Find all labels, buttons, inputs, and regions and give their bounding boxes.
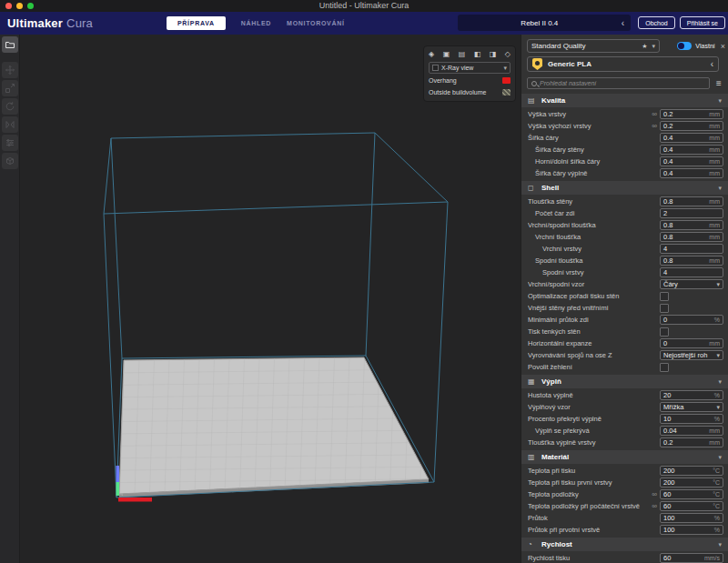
search-placeholder: Prohledat nastavení (540, 80, 596, 86)
setting-dropdown[interactable]: Mřížka▾ (660, 402, 723, 412)
setting-value-field[interactable]: 0.4mm (660, 168, 723, 178)
setting-row: Výška výchozí vrstvy∞0.2mm (521, 120, 728, 132)
setting-value-field[interactable]: 0.8mm (660, 256, 723, 266)
tab-preview[interactable]: NÁHLED (241, 20, 271, 26)
setting-value-field[interactable]: 0% (660, 315, 723, 325)
legend-color-swatch (502, 77, 511, 84)
setting-value-field[interactable]: 20% (660, 390, 723, 400)
star-icon[interactable]: ★ (642, 43, 647, 50)
setting-value-field[interactable]: 0mm (660, 338, 723, 348)
chevron-down-icon: ▾ (718, 378, 722, 386)
setting-value: 0.2 (663, 122, 672, 130)
setting-unit: °C (713, 491, 720, 498)
setting-value-field[interactable]: 0.4mm (660, 156, 723, 166)
setting-value-field[interactable]: 60mm/s (660, 553, 723, 563)
setting-value-field[interactable]: 10% (660, 414, 723, 424)
view-3d-icon[interactable]: ◈ (429, 50, 434, 58)
view-front-icon[interactable]: ▣ (443, 50, 450, 58)
printer-selector[interactable]: Rebel II 0.4 ‹ (458, 15, 631, 31)
setting-label: Výška výchozí vrstvy (528, 122, 652, 130)
setting-unit: mm (709, 257, 720, 264)
setting-unit: mm (709, 135, 720, 141)
setting-value-field[interactable]: 0.2mm (660, 109, 723, 119)
setting-dropdown[interactable]: Čáry▾ (660, 279, 723, 289)
setting-value-field[interactable]: 0.4mm (660, 145, 723, 155)
settings-category[interactable]: ◻Shell▾ (521, 181, 728, 195)
setting-value-field[interactable]: 0.04mm (660, 426, 723, 436)
tab-prepare[interactable]: PŘÍPRAVA (167, 16, 226, 30)
setting-unit: % (714, 317, 720, 323)
app-logo: Ultimaker Cura (7, 12, 93, 35)
setting-checkbox[interactable] (660, 292, 669, 301)
setting-value: Čáry (663, 280, 678, 288)
setting-unit: mm/s (704, 555, 720, 561)
setting-value-field[interactable]: 0.2mm (660, 437, 723, 447)
fullscreen-window-button[interactable] (27, 3, 34, 9)
setting-value-field[interactable]: 100% (660, 513, 723, 523)
sign-in-button[interactable]: Přihlásit se (680, 16, 725, 29)
view-left-icon[interactable]: ◧ (474, 50, 481, 58)
setting-row: Šířka čáry0.4mm (521, 132, 728, 144)
setting-value-field[interactable]: 60°C (660, 489, 723, 499)
marketplace-button[interactable]: Obchod (638, 16, 675, 29)
setting-unit: °C (713, 467, 720, 474)
settings-category[interactable]: ◔Rychlost▾ (521, 538, 728, 551)
quality-preset-dropdown[interactable]: Standard Quality ★ ▾ (527, 39, 660, 53)
quality-icon: ▤ (528, 96, 539, 105)
setting-label: Procento překrytí výplně (528, 415, 660, 423)
view-top-icon[interactable]: ▤ (459, 50, 466, 58)
custom-mode-toggle[interactable] (677, 42, 692, 50)
setting-label: Vrchní/spodní tloušťka (528, 221, 660, 229)
setting-unit: mm (709, 146, 720, 153)
setting-row: Tloušťka stěny0.8mm (521, 196, 728, 207)
setting-value-field[interactable]: 0.2mm (660, 121, 723, 131)
material-icon (532, 58, 542, 70)
viewport-3d[interactable]: ◈▣▤◧◨◇ X-Ray view ▾ OverhangOutside buil… (20, 35, 521, 563)
link-icon: ∞ (652, 110, 657, 118)
view-mode-dropdown[interactable]: X-Ray view ▾ (429, 62, 511, 74)
tab-monitor[interactable]: MONITOROVÁNÍ (287, 20, 345, 26)
setting-value-field[interactable]: 0.8mm (660, 196, 723, 206)
support-blocker-tool-button (2, 153, 18, 169)
minimize-window-button[interactable] (16, 3, 23, 9)
settings-search-input[interactable]: Prohledat nastavení (527, 77, 710, 89)
setting-label: Rychlost tisku (528, 554, 660, 562)
setting-value: 0.04 (663, 427, 677, 435)
setting-value-field[interactable]: 4 (660, 244, 723, 254)
setting-dropdown[interactable]: Nejostřejší roh▾ (660, 350, 723, 360)
view-right-icon[interactable]: ◨ (490, 50, 497, 58)
setting-row: Teplota při tisku200°C (521, 465, 728, 477)
category-title: Kvalita (541, 96, 565, 105)
view-bottom-icon[interactable]: ◇ (505, 50, 511, 58)
settings-category[interactable]: ▤Kvalita▾ (521, 94, 728, 107)
setting-unit: mm (709, 111, 720, 117)
setting-value-field[interactable]: 0.8mm (660, 232, 723, 242)
setting-checkbox[interactable] (660, 363, 669, 372)
setting-value-field[interactable]: 200°C (660, 478, 723, 488)
setting-value-field[interactable]: 2 (660, 208, 723, 218)
material-selector[interactable]: Generic PLA ‹ (527, 56, 719, 72)
setting-value-field[interactable]: 60°C (660, 501, 723, 511)
setting-value-field[interactable]: 0.4mm (660, 133, 723, 143)
build-volume-scene (20, 35, 521, 563)
close-icon[interactable]: × (721, 42, 725, 51)
chevron-down-icon: ▾ (718, 97, 722, 105)
setting-value: 0.8 (663, 233, 672, 241)
setting-value-field[interactable]: 0.8mm (660, 220, 723, 230)
setting-value-field[interactable]: 4 (660, 267, 723, 277)
settings-category[interactable]: ▥Materiál▾ (521, 450, 728, 464)
settings-category[interactable]: ▦Výplň▾ (521, 375, 728, 388)
setting-label: Výška vrstvy (528, 110, 652, 118)
setting-checkbox[interactable] (660, 304, 669, 313)
search-icon (531, 81, 537, 86)
close-window-button[interactable] (5, 3, 12, 9)
setting-value-field[interactable]: 100% (660, 525, 723, 535)
open-file-button[interactable] (2, 36, 18, 53)
setting-unit: °C (713, 479, 720, 486)
axis-y-indicator (116, 482, 120, 496)
setting-checkbox[interactable] (660, 327, 669, 337)
settings-menu-icon[interactable]: ≡ (713, 78, 724, 88)
chevron-down-icon: ▾ (716, 281, 720, 288)
setting-label: Povolit žehlení (528, 363, 660, 371)
setting-value-field[interactable]: 200°C (660, 466, 723, 476)
